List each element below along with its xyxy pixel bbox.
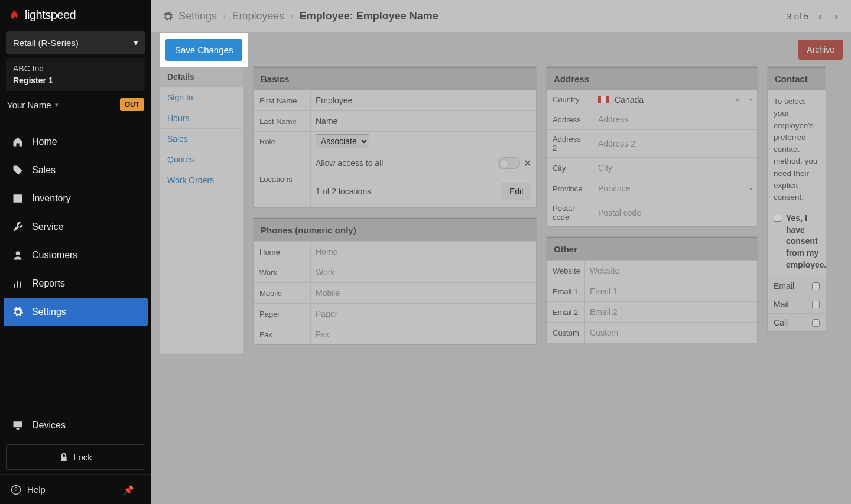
edit-locations-button[interactable]: Edit [502,183,531,200]
next-arrow[interactable]: › [831,9,840,23]
lock-button[interactable]: Lock [6,444,145,470]
locations-label: Locations [254,151,310,207]
help-row: ? Help 📌 [0,474,151,504]
svg-text:?: ? [14,486,18,493]
nav-home[interactable]: Home [0,128,151,156]
breadcrumb-settings[interactable]: Settings [178,10,217,22]
country-label: Country [547,90,593,109]
register-name: Register 1 [13,75,138,87]
tab-hours[interactable]: Hours [160,108,243,129]
other-header: Other [547,237,757,260]
save-button[interactable]: Save Changes [165,39,242,61]
flag-ca-icon [598,96,609,103]
tab-workorders[interactable]: Work Orders [160,170,243,190]
wrench-icon [12,221,24,233]
box-icon [12,193,24,204]
phone-mobile-input[interactable] [310,283,536,303]
role-label: Role [254,132,310,151]
gear-icon [12,306,24,318]
col-address: Address Country Canada × ▾ Address Addre… [546,66,758,355]
email2-input[interactable] [584,302,757,322]
method-mail: Mail [774,300,789,309]
brand-logo: lightspeed [0,0,151,30]
nav-sales[interactable]: Sales [0,156,151,184]
topbar: Settings › Employees › Employee: Employe… [151,0,851,33]
chevron-right-icon: › [290,11,293,22]
flame-icon [8,9,21,22]
location-count: 1 of 2 locations [316,187,371,196]
email1-input[interactable] [584,281,757,301]
svg-point-0 [16,252,20,256]
website-input[interactable] [584,261,757,281]
form-columns: Basics First Name Last Name Role Associ [253,66,843,355]
pin-button[interactable]: 📌 [105,475,151,504]
tab-signin[interactable]: Sign In [160,87,243,108]
phone-pager-label: Pager [254,305,310,323]
nav-reports[interactable]: Reports [0,269,151,298]
sidebar: lightspeed Retail (R-Series) ▾ ABC Inc R… [0,0,151,504]
phone-work-input[interactable] [310,262,536,282]
phone-home-label: Home [254,243,310,261]
first-name-input[interactable] [310,90,536,110]
chevron-down-icon: ▾ [749,186,752,192]
nav-devices[interactable]: Devices [0,411,151,440]
last-name-label: Last Name [254,112,310,131]
clear-icon[interactable]: × [735,95,740,105]
email-checkbox[interactable] [812,282,820,290]
tab-quotes[interactable]: Quotes [160,149,243,170]
prev-arrow[interactable]: ‹ [816,9,825,23]
nav-settings[interactable]: Settings [4,298,148,326]
user-row[interactable]: Your Name ▾ OUT [6,96,145,113]
action-bar: Save Changes Archive [151,33,851,66]
contact-panel: Contact To select your employee's prefer… [767,66,826,332]
country-select[interactable]: Canada × ▾ [593,92,757,108]
phone-home-input[interactable] [310,242,536,262]
col-basics: Basics First Name Last Name Role Associ [253,66,537,355]
tag-icon [12,164,24,176]
chevron-down-icon: ▾ [55,101,59,109]
phone-pager-input[interactable] [310,304,536,324]
lock-icon [59,453,69,462]
address2-input[interactable] [593,134,757,154]
tab-sales[interactable]: Sales [160,129,243,149]
allow-all-toggle[interactable]: ✕ [498,157,531,169]
method-email: Email [774,281,794,291]
chevron-down-icon: ▾ [749,96,752,103]
help-button[interactable]: ? Help [0,475,105,504]
phones-panel: Phones (numeric only) Home Work Mobile P… [253,217,537,345]
archive-button[interactable]: Archive [798,40,843,60]
last-name-input[interactable] [310,111,536,131]
role-select[interactable]: Associate [316,134,369,148]
call-checkbox[interactable] [812,319,820,327]
postal-input[interactable] [593,203,757,223]
province-select[interactable]: Province ▾ [593,178,757,199]
mail-checkbox[interactable] [812,301,820,308]
breadcrumb-employees[interactable]: Employees [232,10,284,22]
nav-inventory[interactable]: Inventory [0,184,151,213]
custom-label: Custom [547,324,584,342]
phone-fax-input[interactable] [310,324,536,344]
detail-tabs: Details Sign In Hours Sales Quotes Work … [160,66,243,355]
user-name: Your Name [7,100,51,110]
col-contact: Contact To select your employee's prefer… [767,66,826,355]
nav-customers[interactable]: Customers [0,241,151,269]
city-input[interactable] [593,158,757,178]
address-input[interactable] [593,109,757,129]
address-label: Address [547,110,593,129]
series-dropdown[interactable]: Retail (R-Series) ▾ [6,31,145,54]
out-badge[interactable]: OUT [120,98,144,111]
company-block[interactable]: ABC Inc Register 1 [6,58,145,91]
custom-input[interactable] [584,323,757,343]
company-name: ABC Inc [13,63,138,75]
main: Settings › Employees › Employee: Employe… [151,0,851,504]
chevron-down-icon: ▾ [134,37,138,48]
postal-label: Postal code [547,199,593,226]
tab-details[interactable]: Details [160,67,243,87]
other-panel: Other Website Email 1 Email 2 Custom [546,236,758,343]
consent-checkbox[interactable] [774,214,781,222]
nav-service[interactable]: Service [0,213,151,241]
phone-work-label: Work [254,264,310,282]
allow-all-label: Allow access to all [316,158,383,168]
toggle-pill [498,157,520,169]
sidebar-bottom: Devices Lock ? Help 📌 [0,411,151,504]
